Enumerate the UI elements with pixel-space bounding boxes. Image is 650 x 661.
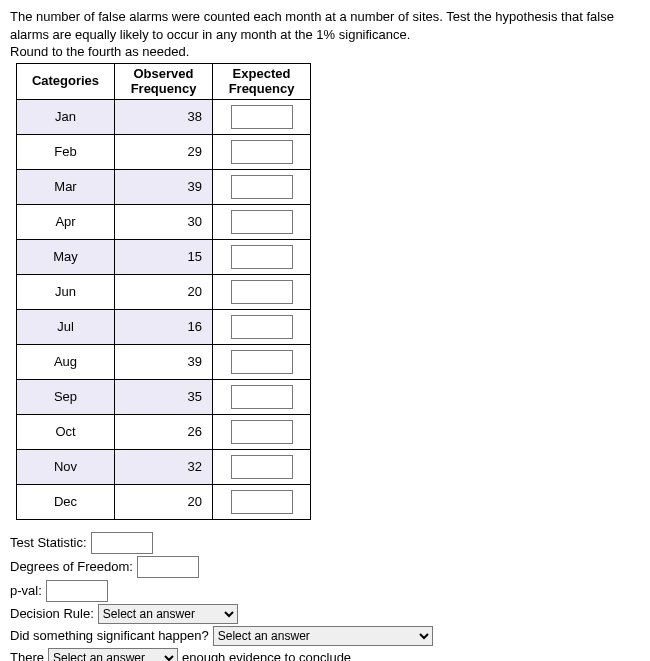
header-expected: Expected Frequency	[213, 63, 311, 99]
table-row: Jun20	[17, 274, 311, 309]
table-row: Sep35	[17, 379, 311, 414]
evidence-select[interactable]: Select an answer	[48, 648, 178, 661]
expected-input[interactable]	[231, 280, 293, 304]
observed-cell: 39	[115, 169, 213, 204]
pval-input[interactable]	[46, 580, 108, 602]
header-categories: Categories	[17, 63, 115, 99]
prompt-line1: The number of false alarms were counted …	[10, 9, 614, 42]
observed-cell: 29	[115, 134, 213, 169]
expected-input[interactable]	[231, 455, 293, 479]
category-cell: Jun	[17, 274, 115, 309]
category-cell: May	[17, 239, 115, 274]
expected-cell	[213, 169, 311, 204]
prompt-line2: Round to the fourth as needed.	[10, 44, 189, 59]
expected-input[interactable]	[231, 420, 293, 444]
table-row: Aug39	[17, 344, 311, 379]
observed-cell: 39	[115, 344, 213, 379]
category-cell: Apr	[17, 204, 115, 239]
observed-cell: 20	[115, 484, 213, 519]
expected-cell	[213, 134, 311, 169]
expected-input[interactable]	[231, 105, 293, 129]
table-row: May15	[17, 239, 311, 274]
expected-input[interactable]	[231, 175, 293, 199]
degrees-freedom-label: Degrees of Freedom:	[10, 559, 133, 574]
question-prompt: The number of false alarms were counted …	[10, 8, 640, 61]
expected-cell	[213, 414, 311, 449]
expected-input[interactable]	[231, 140, 293, 164]
expected-input[interactable]	[231, 315, 293, 339]
observed-cell: 38	[115, 99, 213, 134]
pval-label: p-val:	[10, 583, 42, 598]
test-statistic-label: Test Statistic:	[10, 535, 87, 550]
decision-rule-select[interactable]: Select an answer	[98, 604, 238, 624]
table-row: Dec20	[17, 484, 311, 519]
expected-cell	[213, 204, 311, 239]
table-row: Jul16	[17, 309, 311, 344]
table-row: Feb29	[17, 134, 311, 169]
observed-cell: 35	[115, 379, 213, 414]
expected-input[interactable]	[231, 210, 293, 234]
expected-cell	[213, 484, 311, 519]
evidence-suffix: enough evidence to conclude	[182, 650, 351, 661]
expected-cell	[213, 449, 311, 484]
table-row: Mar39	[17, 169, 311, 204]
there-label: There	[10, 650, 44, 661]
observed-cell: 32	[115, 449, 213, 484]
category-cell: Aug	[17, 344, 115, 379]
category-cell: Feb	[17, 134, 115, 169]
expected-input[interactable]	[231, 350, 293, 374]
expected-input[interactable]	[231, 385, 293, 409]
frequency-table: Categories Observed Frequency Expected F…	[16, 63, 311, 520]
significant-select[interactable]: Select an answer	[213, 626, 433, 646]
category-cell: Jul	[17, 309, 115, 344]
observed-cell: 26	[115, 414, 213, 449]
category-cell: Dec	[17, 484, 115, 519]
table-row: Jan38	[17, 99, 311, 134]
category-cell: Nov	[17, 449, 115, 484]
decision-rule-label: Decision Rule:	[10, 606, 94, 621]
table-row: Oct26	[17, 414, 311, 449]
table-row: Nov32	[17, 449, 311, 484]
expected-input[interactable]	[231, 245, 293, 269]
category-cell: Mar	[17, 169, 115, 204]
category-cell: Oct	[17, 414, 115, 449]
expected-cell	[213, 99, 311, 134]
expected-cell	[213, 274, 311, 309]
table-row: Apr30	[17, 204, 311, 239]
expected-cell	[213, 344, 311, 379]
observed-cell: 30	[115, 204, 213, 239]
category-cell: Jan	[17, 99, 115, 134]
expected-cell	[213, 379, 311, 414]
header-observed: Observed Frequency	[115, 63, 213, 99]
category-cell: Sep	[17, 379, 115, 414]
expected-input[interactable]	[231, 490, 293, 514]
expected-cell	[213, 239, 311, 274]
observed-cell: 15	[115, 239, 213, 274]
significant-label: Did something significant happen?	[10, 628, 209, 643]
degrees-freedom-input[interactable]	[137, 556, 199, 578]
observed-cell: 20	[115, 274, 213, 309]
observed-cell: 16	[115, 309, 213, 344]
test-statistic-input[interactable]	[91, 532, 153, 554]
expected-cell	[213, 309, 311, 344]
